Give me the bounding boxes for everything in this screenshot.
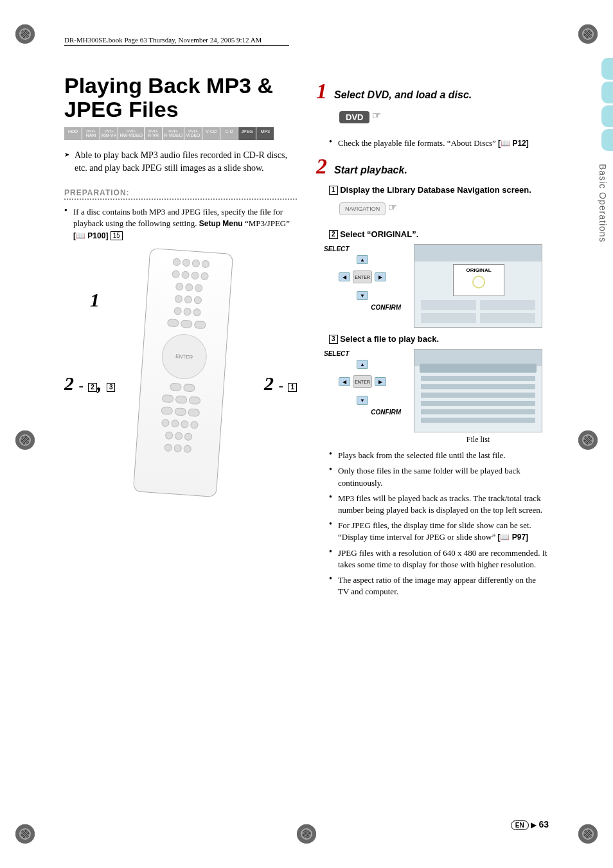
note-bullet: The aspect ratio of the image may appear… <box>329 574 549 598</box>
hand-pointer-icon: ☞ <box>388 202 397 213</box>
crop-mark-icon <box>15 24 35 44</box>
dvd-pill: DVD <box>339 111 369 123</box>
arrow-left-icon: ◀ <box>339 272 350 281</box>
bullet-text: Check the playable file formats. “About … <box>338 138 498 148</box>
callout-box: 2 <box>88 383 97 392</box>
fmt-tag: DVD-RW-VIDEO <box>118 127 145 140</box>
preparation-item: If a disc contains both MP3 and JPEG fil… <box>64 206 297 242</box>
select-label: SELECT <box>324 245 401 252</box>
side-tab: Basic Operations <box>589 58 613 263</box>
page-content: Playing Back MP3 & JPEG Files HDD DVD-DV… <box>64 61 549 817</box>
book-ref: [📖 P100] <box>73 231 108 240</box>
page-number: 63 <box>538 819 549 829</box>
step-title: Start playback. <box>334 164 407 175</box>
confirm-label: CONFIRM <box>324 409 401 416</box>
remote-control-icon: ENTER <box>133 248 233 497</box>
dpad-icon: ▲ ▼ ◀ ▶ ENTER <box>333 255 391 300</box>
substep-text-b: ORIGINAL <box>371 229 413 239</box>
fmt-tag-active: JPEG <box>238 127 256 140</box>
disc-icon <box>472 276 485 288</box>
arrow-down-icon: ▼ <box>357 396 368 405</box>
original-label: ORIGINAL <box>466 267 491 273</box>
page-footer: EN ▶ 63 <box>511 819 549 829</box>
page-header-line: DR-MH300SE.book Page 63 Thursday, Novemb… <box>64 36 289 46</box>
note-bullet: Only those files in the same folder will… <box>329 465 549 488</box>
fmt-tag: C D <box>220 127 238 140</box>
ref-label: P100 <box>87 231 105 240</box>
prep-text-b: Setup Menu <box>199 219 243 228</box>
arrow-up-icon: ▲ <box>357 360 368 369</box>
page-title: Playing Back MP3 & JPEG Files <box>64 74 297 122</box>
note-bullet: Plays back from the selected file until … <box>329 450 549 461</box>
step-title: Select DVD, and load a disc. <box>334 89 472 100</box>
intro-text: Able to play back MP3 audio files record… <box>75 149 297 174</box>
crop-mark-icon <box>297 824 316 844</box>
remote-dpad-icon: ENTER <box>160 333 208 381</box>
arrow-right-icon: ▶ <box>375 272 386 281</box>
callout-2-right: 2 - 1 <box>264 373 297 394</box>
substep-text: Display the Library Database Navigation … <box>340 185 531 195</box>
prep-text-c: “MP3/JPEG” <box>245 218 290 228</box>
fmt-tag: V-CD <box>202 127 220 140</box>
substep-box: 2 <box>329 230 338 239</box>
sub-step-2: 2 Select “ORIGINAL”. <box>329 229 549 239</box>
select-confirm-diagram: SELECT ▲ ▼ ◀ ▶ ENTER CONFIRM <box>324 245 401 316</box>
sub-step-3: 3 Select a file to play back. <box>329 334 549 344</box>
step1-bullet: Check the playable file formats. “About … <box>329 137 549 149</box>
tab-bump-icon <box>601 82 613 103</box>
ref-label: P12 <box>512 139 526 148</box>
navigation-button-icon: NAVIGATION <box>339 202 386 215</box>
crop-mark-icon <box>578 824 598 844</box>
select-label: SELECT <box>324 350 401 357</box>
callout-box: 3 <box>107 383 116 392</box>
substep-text: Select a file to play back. <box>340 334 439 344</box>
arrow-right-icon: ▶ <box>375 377 386 386</box>
fmt-tag: HDD <box>64 127 82 140</box>
substep-box: 3 <box>329 335 338 344</box>
fmt-tag-active: MP3 <box>256 127 274 140</box>
fmt-tag: DVD-R-VIDEO <box>163 127 184 140</box>
book-ref: [📖 P97] <box>497 533 528 542</box>
fmt-tag: DVD-DVD-RAMRAM <box>82 127 100 140</box>
right-column: 1 Select DVD, and load a disc. DVD ☞ Che… <box>316 61 549 817</box>
book-ref: [📖 P12] <box>498 139 529 148</box>
arrow-left-icon: ◀ <box>339 377 350 386</box>
hand-pointer-icon: ☞ <box>372 110 381 121</box>
file-list-caption: File list <box>414 435 542 445</box>
step-2-row: 2 Start playback. <box>316 154 549 179</box>
crop-mark-icon <box>578 430 598 450</box>
sub-step-1: 1 Display the Library Database Navigatio… <box>329 185 549 195</box>
footer-arrow-icon: ▶ <box>531 820 537 829</box>
tv-screen-original: ORIGINAL <box>414 244 542 328</box>
callout-2-left: 2 - 2, 3 <box>64 373 115 394</box>
side-tab-label: Basic Operations <box>598 164 608 243</box>
enter-button-icon: ENTER <box>353 270 372 283</box>
note-bullet: MP3 files will be played back as tracks.… <box>329 493 549 516</box>
format-bar: HDD DVD-DVD-RAMRAM DVD-RW-VR DVD-RW-VIDE… <box>64 127 297 140</box>
left-column: Playing Back MP3 & JPEG Files HDD DVD-DV… <box>64 61 297 817</box>
substep-text-c: ”. <box>412 229 418 239</box>
enter-label: ENTER <box>175 353 193 360</box>
callout-box: 1 <box>288 383 297 392</box>
fmt-tag: DVD-VIDEO <box>184 127 202 140</box>
arrow-up-icon: ▲ <box>357 255 368 264</box>
note-bullet: For JPEG files, the display time for sli… <box>329 520 549 543</box>
fmt-tag: DVD-R-VR <box>145 127 163 140</box>
enter-button-icon: ENTER <box>353 375 372 388</box>
tab-bump-icon <box>601 129 613 151</box>
box-number: 15 <box>111 231 123 240</box>
tv-screen-filelist <box>414 349 542 432</box>
crop-mark-icon <box>15 824 35 844</box>
tab-bump-icon <box>601 58 613 80</box>
remote-diagram: 1 2 - 2, 3 2 - 1 ENTER <box>64 251 297 520</box>
crop-mark-icon <box>15 430 35 450</box>
step-1-row: 1 Select DVD, and load a disc. <box>316 79 549 103</box>
callout-num: 2 <box>264 373 274 394</box>
crop-mark-icon <box>578 24 598 44</box>
callout-1: 1 <box>90 289 100 311</box>
preparation-heading: PREPARATION: <box>64 188 297 200</box>
substep-text-a: Select “ <box>340 229 371 239</box>
arrow-down-icon: ▼ <box>357 291 368 300</box>
step-number: 2 <box>316 154 332 179</box>
ref-label: P97 <box>512 533 526 542</box>
